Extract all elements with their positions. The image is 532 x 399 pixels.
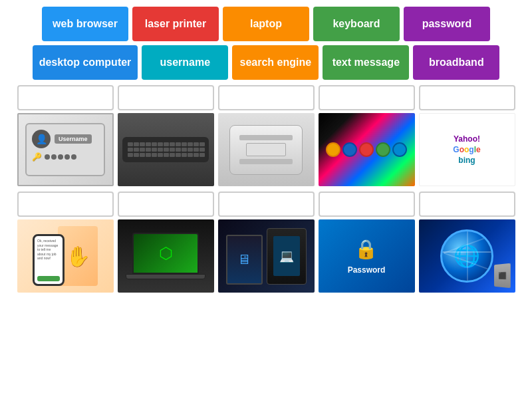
answer-box-1-2[interactable]	[118, 85, 214, 110]
tile-search-engine[interactable]: search engine	[232, 45, 319, 80]
image-keyboard	[118, 113, 214, 186]
answer-boxes-row-2	[7, 192, 525, 217]
tile-web-browser[interactable]: web browser	[42, 7, 128, 41]
yahoo-logo: Yahoo!	[454, 134, 480, 144]
bing-logo: bing	[458, 156, 475, 165]
password-label: Password	[348, 265, 386, 275]
image-username: 👤 Username 🔑	[17, 113, 114, 186]
answer-box-1-4[interactable]	[319, 85, 415, 110]
tile-broadband[interactable]: broadband	[413, 45, 499, 80]
images-row-1: 👤 Username 🔑	[7, 113, 525, 186]
tile-desktop-computer[interactable]: desktop computer	[33, 45, 138, 80]
images-row-2: Ok, received your message to tell me abo…	[7, 219, 525, 293]
image-row-2: Ok, received your message to tell me abo…	[7, 192, 525, 293]
image-laser-printer	[218, 113, 315, 186]
tile-username[interactable]: username	[142, 45, 228, 80]
google-logo: Google	[453, 145, 480, 154]
tile-laptop[interactable]: laptop	[223, 7, 309, 41]
answer-box-2-4[interactable]	[319, 192, 415, 217]
answer-box-1-1[interactable]	[17, 85, 114, 110]
image-search-engine	[319, 113, 415, 186]
image-desktop-computer: 🖥 💻	[218, 219, 315, 293]
image-laptop: ⬡	[118, 219, 214, 293]
image-broadband: 🌐 ⬛	[419, 219, 515, 293]
tile-text-message[interactable]: text message	[323, 45, 409, 80]
answer-box-1-3[interactable]	[218, 85, 315, 110]
tile-keyboard[interactable]: keyboard	[313, 7, 400, 41]
vocabulary-tiles: web browser laser printer laptop keyboar…	[7, 7, 525, 80]
main-container: web browser laser printer laptop keyboar…	[0, 0, 532, 399]
image-password: 🔒 Password	[319, 219, 415, 293]
answer-box-2-1[interactable]	[17, 192, 114, 217]
image-text-message: Ok, received your message to tell me abo…	[17, 219, 114, 293]
answer-box-1-5[interactable]	[419, 85, 515, 110]
search-logos-container: Yahoo! Google bing	[453, 134, 480, 165]
image-row-1: 👤 Username 🔑	[7, 85, 525, 186]
answer-box-2-3[interactable]	[218, 192, 315, 217]
answer-box-2-5[interactable]	[419, 192, 515, 217]
image-search-engine-logos: Yahoo! Google bing	[419, 113, 515, 186]
tile-laser-printer[interactable]: laser printer	[132, 7, 219, 41]
answer-box-2-2[interactable]	[118, 192, 214, 217]
tile-password[interactable]: password	[404, 7, 490, 41]
answer-boxes-row-1	[7, 85, 525, 110]
